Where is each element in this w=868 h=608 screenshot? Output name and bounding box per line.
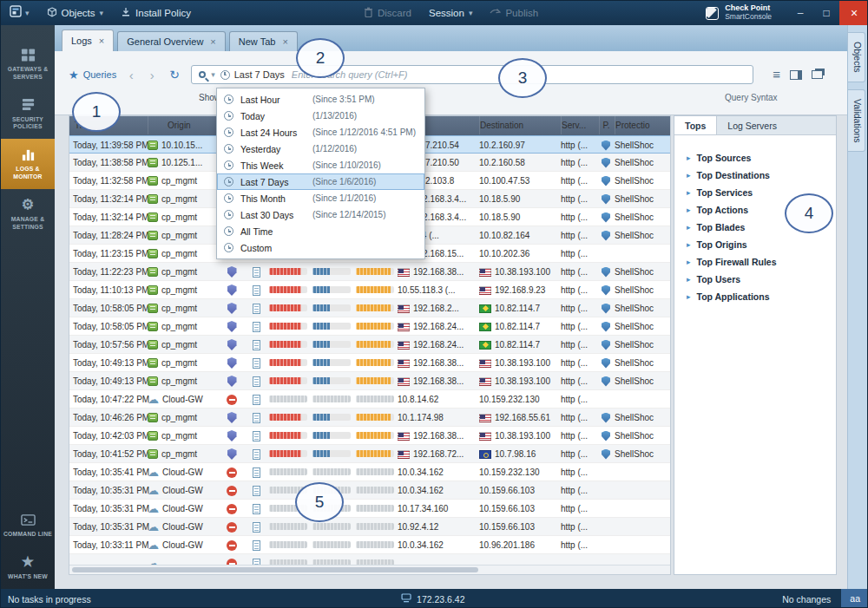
app-menu-button[interactable]: ▾ xyxy=(1,1,38,25)
table-row[interactable]: Today, 10:35:31 PM☁Cloud-GW10.0.34.16210… xyxy=(69,481,670,500)
severity-bar xyxy=(312,468,351,475)
table-row[interactable]: Today, 10:42:03 PMcp_mgmt192.168.38...10… xyxy=(69,427,670,445)
time-option-this-week[interactable]: This Week(Since 1/10/2016) xyxy=(217,157,424,173)
tab-label: New Tab xyxy=(239,36,276,47)
expand-arrow-icon: ▸ xyxy=(687,293,691,301)
install-policy-button[interactable]: Install Policy xyxy=(112,1,200,25)
origin-label: 10.125.1... xyxy=(161,154,202,172)
table-row[interactable]: Today, 10:35:41 PM☁Cloud-GW10.0.34.16210… xyxy=(69,463,670,481)
tops-item-top-origins[interactable]: ▸Top Origins xyxy=(687,236,836,253)
time-option-today[interactable]: Today(1/13/2016) xyxy=(217,108,424,124)
origin-label: cp_mgmt xyxy=(161,409,197,427)
minimize-button[interactable]: – xyxy=(787,1,813,25)
new-window-icon[interactable] xyxy=(812,70,823,79)
column-header-service[interactable]: Serv... xyxy=(561,116,597,134)
discard-button[interactable]: Discard xyxy=(355,1,420,25)
tab-close-icon[interactable]: × xyxy=(282,36,287,47)
refresh-button[interactable]: ↻ xyxy=(167,68,182,82)
time-option-last-7-days[interactable]: Last 7 Days(Since 1/6/2016) xyxy=(217,173,424,190)
sidebar-item-command-line[interactable]: COMMAND LINE xyxy=(1,504,55,546)
sidebar-item-gateways-servers[interactable]: GATEWAYS & SERVERS xyxy=(1,39,55,89)
time-option-last-24-hours[interactable]: Last 24 Hours(Since 1/12/2016 4:51 PM) xyxy=(217,124,424,141)
severity-fill xyxy=(356,396,394,402)
sidebar-item-security-policies[interactable]: SECURITY POLICIES xyxy=(1,89,55,140)
table-row[interactable]: Today, 10:58:05 PMcp_mgmt192.168.24...10… xyxy=(69,317,670,336)
menu-icon[interactable]: ≡ xyxy=(773,69,780,81)
table-row[interactable]: Today, 10:41:52 PMcp_mgmt192.168.72...10… xyxy=(69,445,670,463)
log-protection: ShellShoc xyxy=(615,299,668,317)
table-row[interactable]: Today, 11:22:23 PMcp_mgmt192.168.38...10… xyxy=(69,263,670,281)
gateway-icon xyxy=(148,267,158,277)
time-option-custom[interactable]: Custom xyxy=(217,239,424,256)
time-option-yesterday[interactable]: Yesterday(1/12/2016) xyxy=(217,141,424,157)
table-row[interactable]: Today, 11:10:13 PMcp_mgmt10.55.118.3 (..… xyxy=(69,281,670,299)
sidebar-item-logs-monitor[interactable]: LOGS & MONITOR xyxy=(1,139,55,189)
side-tab-objects[interactable]: Objects xyxy=(848,32,865,82)
back-button[interactable]: ‹ xyxy=(125,69,137,82)
publish-label: Publish xyxy=(505,8,538,18)
time-option-last-hour[interactable]: Last Hour(Since 3:51 PM) xyxy=(217,91,424,108)
side-tab-validations[interactable]: Validations xyxy=(848,89,865,153)
queries-button[interactable]: ★ Queries xyxy=(69,69,116,82)
severity-fill xyxy=(356,487,394,494)
tops-tab-log-servers[interactable]: Log Servers xyxy=(717,116,787,134)
tops-tab-tops[interactable]: Tops xyxy=(674,116,717,134)
horizontal-scrollbar[interactable] xyxy=(69,565,670,574)
flag-us-icon xyxy=(479,432,491,441)
forward-button[interactable]: › xyxy=(146,69,158,82)
log-protection: ShellShoc xyxy=(615,208,668,226)
table-row[interactable]: Today, 10:33:11 PM☁Cloud-GW10.0.34.16210… xyxy=(69,536,670,554)
log-origin: cp_mgmt xyxy=(148,281,217,299)
callout-5: 5 xyxy=(295,482,344,522)
sidebar-item-manage-settings[interactable]: ⚙MANAGE & SETTINGS xyxy=(1,189,55,239)
gateway-icon xyxy=(148,304,158,313)
table-row[interactable]: Today, 10:58:05 PMcp_mgmt192.168.2...10.… xyxy=(69,299,670,317)
search-box[interactable]: ▾ Last 7 Days xyxy=(191,65,753,84)
table-row[interactable]: Today, 10:35:31 PM☁Cloud-GW10.92.4.1210.… xyxy=(69,518,670,536)
window-controls: – □ × xyxy=(787,1,868,25)
table-row[interactable]: Today, 10:49:13 PMcp_mgmt192.168.38...10… xyxy=(69,372,670,390)
tab-general-overview[interactable]: General Overview× xyxy=(117,31,225,51)
column-header-destination[interactable]: Destination xyxy=(479,116,568,134)
log-action xyxy=(222,354,241,372)
column-header-protection[interactable]: Protectio xyxy=(615,116,668,134)
gateway-icon xyxy=(148,431,158,441)
time-filter-button[interactable]: Last 7 Days xyxy=(220,69,285,80)
log-source: 10.0.34.162 xyxy=(398,536,477,554)
table-row[interactable]: Today, 10:46:26 PMcp_mgmt10.1.174.98192.… xyxy=(69,409,670,427)
time-option-all-time[interactable]: All Time xyxy=(217,223,424,239)
log-document-icon xyxy=(253,304,260,314)
table-row[interactable]: Today, 10:47:22 PM☁Cloud-GW10.8.14.6210.… xyxy=(69,390,670,409)
maximize-button[interactable]: □ xyxy=(813,1,839,25)
time-option-this-month[interactable]: This Month(Since 1/1/2016) xyxy=(217,190,424,206)
sidebar-item-what-s-new[interactable]: ★WHAT'S NEW xyxy=(1,546,55,589)
tops-item-top-users[interactable]: ▸Top Users xyxy=(687,271,836,288)
tops-item-top-destinations[interactable]: ▸Top Destinations xyxy=(687,167,836,184)
table-row[interactable]: Today, 10:49:13 PMcp_mgmt192.168.38...10… xyxy=(69,354,670,372)
user-badge[interactable]: aa xyxy=(841,589,868,608)
tab-close-icon[interactable]: × xyxy=(210,36,215,47)
tab-new-tab[interactable]: New Tab× xyxy=(229,31,298,51)
query-syntax-link[interactable]: Query Syntax xyxy=(725,93,778,102)
clock-icon xyxy=(224,127,233,137)
tab-close-icon[interactable]: × xyxy=(99,36,104,46)
column-header-protection-type[interactable]: P. xyxy=(599,116,613,134)
table-row[interactable]: Today, 10:35:31 PM☁Cloud-GW10.17.34.1601… xyxy=(69,500,670,518)
publish-button[interactable]: Publish xyxy=(481,1,547,25)
clock-icon xyxy=(220,70,230,80)
close-button[interactable]: × xyxy=(839,1,868,25)
objects-menu-button[interactable]: Objects ▾ xyxy=(38,1,113,25)
session-menu-button[interactable]: Session ▾ xyxy=(420,1,481,25)
tops-item-top-applications[interactable]: ▸Top Applications xyxy=(687,288,836,305)
tops-item-top-sources[interactable]: ▸Top Sources xyxy=(687,149,836,167)
scrollbar-thumb[interactable] xyxy=(72,567,478,572)
tab-logs[interactable]: Logs× xyxy=(62,29,114,51)
tops-item-top-firewall-rules[interactable]: ▸Top Firewall Rules xyxy=(687,253,836,271)
table-row[interactable]: Today, 10:57:56 PMcp_mgmt192.168.24...10… xyxy=(69,336,670,354)
severity-fill xyxy=(312,341,330,348)
time-option-last-30-days[interactable]: Last 30 Days(Since 12/14/2015) xyxy=(217,206,424,223)
open-panel-icon[interactable] xyxy=(790,70,802,80)
log-protection-type xyxy=(599,463,613,481)
log-destination: 10.2.160.58 xyxy=(479,154,568,172)
column-header-origin[interactable]: Origin xyxy=(148,116,217,134)
